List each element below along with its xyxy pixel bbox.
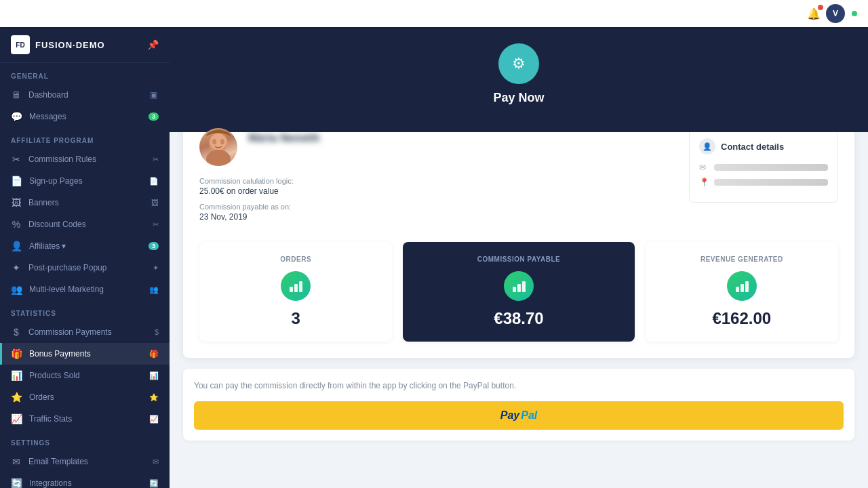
commission-stat-value: €38.70 [414, 309, 623, 328]
location-icon: 📍 [699, 178, 709, 187]
messages-icon: 💬 [11, 111, 22, 122]
section-statistics: Statistics [0, 300, 170, 321]
user-avatar-button[interactable]: V [826, 4, 845, 23]
sidebar-item-banners[interactable]: 🖼 Banners 🖼 [0, 192, 170, 214]
orders-stat-icon [281, 271, 311, 301]
notification-badge [818, 5, 823, 10]
section-affiliate: Affiliate program [0, 127, 170, 148]
revenue-stat-value: €162.00 [656, 309, 827, 328]
section-general: General [0, 63, 170, 84]
revenue-stat-label: REVENUE GENERATED [656, 256, 827, 263]
sidebar-item-commission-rules[interactable]: ✂ Commission Rules ✂ [0, 148, 170, 170]
email-templates-nav-icon: ✉ [153, 458, 159, 466]
stat-card-revenue: REVENUE GENERATED €162.00 [646, 242, 838, 342]
sign-up-nav-icon: 📄 [149, 177, 159, 186]
pay-now-button[interactable]: ⚙ [498, 43, 539, 84]
messages-label: Messages [29, 112, 66, 121]
affiliate-name: Márta Neméth [248, 132, 675, 144]
email-templates-icon: ✉ [11, 456, 22, 467]
products-sold-nav-icon: 📊 [149, 371, 159, 380]
paypal-button[interactable]: PayPal [194, 401, 844, 430]
contact-header: 👤 Contact details [699, 138, 828, 155]
orders-label: Orders [29, 392, 54, 402]
email-icon: ✉ [699, 163, 709, 172]
brand-name: FUSION·DEMO [35, 40, 105, 50]
bonus-payments-label: Bonus Payments [29, 349, 91, 359]
affiliates-label: Affiliates ▾ [29, 241, 66, 251]
brand-logo: FD [11, 35, 30, 54]
traffic-stats-nav-icon: 📈 [149, 415, 159, 424]
commission-stat-icon [504, 271, 534, 301]
paypal-logo: PayPal [500, 409, 537, 422]
integrations-icon: 🔄 [11, 478, 22, 488]
commission-payable-label: Commission payable as on: [199, 203, 675, 211]
commission-logic-value: 25.00€ on order value [199, 186, 675, 196]
commission-payable-block: Commission payable as on: 23 Nov, 2019 [199, 203, 675, 222]
brand-header: FD FUSION·DEMO 📌 [0, 27, 170, 63]
discount-label: Discount Codes [28, 220, 86, 229]
sidebar-item-integrations[interactable]: 🔄 Integrations 🔄 [0, 472, 170, 488]
sidebar-item-messages[interactable]: 💬 Messages 3 [0, 106, 170, 127]
commission-logic-label: Commission calulation logic: [199, 177, 675, 185]
bonus-payments-nav-icon: 🎁 [149, 350, 159, 359]
sidebar-item-bonus-payments[interactable]: 🎁 Bonus Payments 🎁 [0, 343, 170, 365]
notification-bell[interactable]: 🔔 [807, 7, 821, 20]
sidebar-item-email-templates[interactable]: ✉ Email Templates ✉ [0, 451, 170, 472]
affiliate-header: Márta Neméth [199, 128, 675, 166]
banners-icon: 🖼 [11, 197, 22, 208]
integrations-nav-icon: 🔄 [149, 479, 159, 488]
sidebar-item-discount-codes[interactable]: % Discount Codes ✂ [0, 214, 170, 235]
stat-card-commission: COMMISSION PAYABLE €38.70 [403, 242, 634, 342]
svg-rect-11 [736, 287, 739, 292]
sidebar: FD FUSION·DEMO 📌 General 🖥 Dashboard ▣ 💬… [0, 27, 170, 488]
dashboard-icon: 🖥 [11, 89, 22, 100]
stats-row: ORDERS 3 COMMISSION PAYABLE [199, 242, 838, 342]
sidebar-item-dashboard[interactable]: 🖥 Dashboard ▣ [0, 84, 170, 106]
svg-rect-5 [290, 287, 293, 292]
sidebar-item-traffic-stats[interactable]: 📈 Traffic Stats 📈 [0, 408, 170, 430]
main-content: ⚙ Pay Now [170, 27, 868, 488]
sidebar-item-products-sold[interactable]: 📊 Products Sold 📊 [0, 365, 170, 386]
svg-rect-10 [522, 281, 526, 292]
orders-icon: ⭐ [11, 392, 22, 403]
products-sold-icon: 📊 [11, 370, 22, 381]
sidebar-item-orders[interactable]: ⭐ Orders ⭐ [0, 386, 170, 408]
paypal-p1: Pay [500, 409, 519, 422]
sidebar-item-affiliates[interactable]: 👤 Affiliates ▾ 3 [0, 235, 170, 257]
sidebar-item-sign-up-pages[interactable]: 📄 Sign-up Pages 📄 [0, 170, 170, 192]
paypal-section: You can pay the commission directly from… [183, 369, 854, 441]
card-area: Márta Neméth Commission calulation logic… [170, 112, 868, 454]
avatar-image [199, 128, 237, 166]
commission-stat-label: COMMISSION PAYABLE [414, 256, 623, 263]
contact-address-row: 📍 [699, 178, 828, 187]
affiliates-badge: 3 [149, 242, 159, 250]
email-templates-label: Email Templates [28, 457, 88, 466]
sidebar-item-commission-payments[interactable]: $ Commission Payments $ [0, 321, 170, 343]
commission-rules-nav-icon: ✂ [153, 155, 159, 164]
bonus-payments-icon: 🎁 [11, 348, 22, 359]
affiliate-info-section: Márta Neméth Commission calulation logic… [199, 128, 675, 228]
svg-rect-7 [299, 281, 302, 292]
messages-badge: 3 [149, 113, 159, 121]
main-header: ⚙ Pay Now [170, 27, 868, 132]
section-settings: Settings [0, 430, 170, 451]
sidebar-item-multi-level-marketing[interactable]: 👥 Multi-level Marketing 👥 [0, 279, 170, 300]
mlm-nav-icon: 👥 [149, 285, 159, 294]
pin-icon[interactable]: 📌 [147, 39, 159, 50]
popup-icon: ✦ [11, 262, 22, 273]
orders-stat-value: 3 [210, 309, 381, 328]
avatar-letter: V [833, 9, 838, 18]
contact-card-section: 👤 Contact details ✉ 📍 [689, 128, 838, 203]
sidebar-item-post-purchase-popup[interactable]: ✦ Post-purchase Popup ✦ [0, 257, 170, 279]
svg-point-1 [206, 150, 231, 166]
sign-up-label: Sign-up Pages [29, 176, 83, 186]
products-sold-label: Products Sold [29, 371, 80, 380]
pay-now-label: Pay Now [183, 91, 854, 105]
traffic-stats-icon: 📈 [11, 413, 22, 424]
commission-payments-icon: $ [11, 327, 22, 338]
commission-rules-icon: ✂ [11, 154, 22, 165]
banners-nav-icon: 🖼 [151, 199, 159, 207]
commission-logic-block: Commission calulation logic: 25.00€ on o… [199, 177, 675, 196]
popup-label: Post-purchase Popup [28, 263, 106, 272]
commission-payments-nav-icon: $ [155, 328, 159, 336]
